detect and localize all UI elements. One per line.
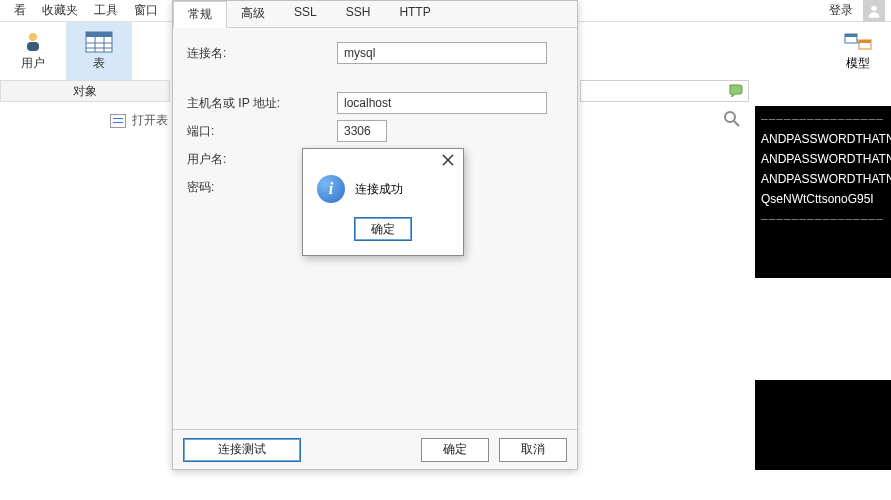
ribbon-table-label: 表: [93, 55, 105, 72]
search-icon[interactable]: [723, 110, 741, 128]
ribbon-user[interactable]: 用户: [0, 22, 66, 80]
svg-point-0: [871, 5, 876, 10]
label-port: 端口:: [187, 123, 337, 140]
input-host[interactable]: [337, 92, 547, 114]
terminal-panel-lower: [755, 380, 891, 470]
open-table-label: 打开表: [132, 112, 168, 129]
terminal-line: ANDPASSWORDTHATN: [761, 152, 887, 166]
close-icon[interactable]: [439, 151, 457, 169]
avatar-icon[interactable]: [863, 0, 885, 22]
input-conn-name[interactable]: [337, 42, 547, 64]
input-port[interactable]: [337, 120, 387, 142]
tab-ssh[interactable]: SSH: [332, 1, 386, 27]
ribbon-user-label: 用户: [21, 55, 45, 72]
dialog-button-bar: 连接测试 确定 取消: [173, 429, 577, 469]
alert-ok-button[interactable]: 确定: [354, 217, 412, 241]
user-icon: [19, 31, 47, 53]
label-host: 主机名或 IP 地址:: [187, 95, 337, 112]
login-link[interactable]: 登录: [823, 0, 859, 21]
ribbon-model-label: 模型: [846, 55, 870, 72]
alert-dialog: i 连接成功 确定: [302, 148, 464, 256]
svg-rect-10: [845, 34, 857, 37]
ribbon-model[interactable]: 模型: [825, 22, 891, 80]
objects-tab-label: 对象: [73, 83, 97, 100]
tab-http[interactable]: HTTP: [385, 1, 445, 27]
svg-rect-12: [859, 40, 871, 43]
terminal-panel: –––––––––––––––– ANDPASSWORDTHATN ANDPAS…: [755, 106, 891, 278]
alert-message: 连接成功: [355, 181, 403, 198]
terminal-divider: ––––––––––––––––: [761, 212, 887, 226]
svg-rect-4: [86, 32, 112, 37]
label-conn-name: 连接名:: [187, 45, 337, 62]
open-table-button[interactable]: 打开表: [110, 112, 168, 129]
terminal-divider: ––––––––––––––––: [761, 112, 887, 126]
chat-icon[interactable]: [727, 82, 745, 100]
tab-general[interactable]: 常规: [173, 1, 227, 28]
terminal-line: QseNWtCttsonoG95I: [761, 192, 887, 206]
menu-window[interactable]: 窗口: [126, 0, 166, 21]
svg-line-15: [734, 121, 739, 126]
ok-button[interactable]: 确定: [421, 438, 489, 462]
test-connection-button[interactable]: 连接测试: [183, 438, 301, 462]
terminal-line: ANDPASSWORDTHATN: [761, 172, 887, 186]
svg-point-1: [29, 33, 37, 41]
tab-ssl[interactable]: SSL: [280, 1, 332, 27]
search-input[interactable]: [580, 80, 749, 102]
alert-titlebar: [303, 149, 463, 171]
menu-tools[interactable]: 工具: [86, 0, 126, 21]
dialog-tabs: 常规 高级 SSL SSH HTTP: [173, 1, 577, 28]
menu-view[interactable]: 看: [6, 0, 34, 21]
objects-tab[interactable]: 对象: [0, 80, 170, 102]
info-icon: i: [317, 175, 345, 203]
table-icon: [85, 31, 113, 53]
svg-point-14: [725, 112, 735, 122]
sheet-icon: [110, 114, 126, 128]
model-icon: [844, 31, 872, 53]
menu-favorites[interactable]: 收藏夹: [34, 0, 86, 21]
tab-advanced[interactable]: 高级: [227, 1, 280, 27]
ribbon-table[interactable]: 表: [66, 22, 132, 80]
terminal-line: ANDPASSWORDTHATN: [761, 132, 887, 146]
svg-rect-2: [27, 42, 39, 51]
cancel-button[interactable]: 取消: [499, 438, 567, 462]
